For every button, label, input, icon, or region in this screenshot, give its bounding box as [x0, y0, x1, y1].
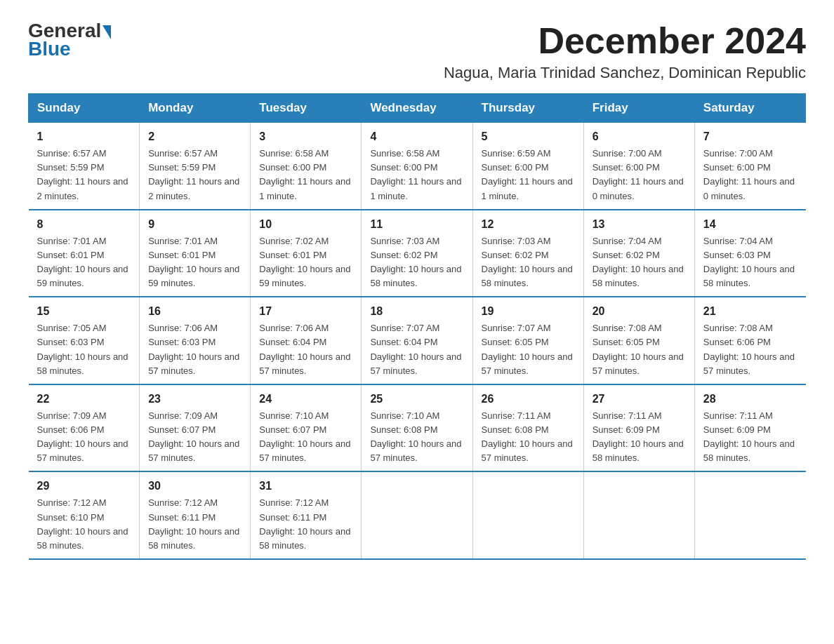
calendar-cell: 28Sunrise: 7:11 AMSunset: 6:09 PMDayligh… — [694, 384, 805, 472]
day-number: 12 — [482, 216, 575, 233]
day-info: Sunrise: 7:08 AMSunset: 6:06 PMDaylight:… — [703, 321, 797, 378]
column-header-saturday: Saturday — [694, 94, 805, 123]
day-info: Sunrise: 7:01 AMSunset: 6:01 PMDaylight:… — [148, 234, 241, 291]
day-info: Sunrise: 7:07 AMSunset: 6:05 PMDaylight:… — [482, 321, 575, 378]
calendar-cell: 23Sunrise: 7:09 AMSunset: 6:07 PMDayligh… — [140, 384, 251, 472]
calendar-cell: 12Sunrise: 7:03 AMSunset: 6:02 PMDayligh… — [472, 210, 583, 297]
page-header: General Blue December 2024 Nagua, Maria … — [28, 21, 806, 82]
day-number: 5 — [482, 128, 575, 145]
calendar-cell: 13Sunrise: 7:04 AMSunset: 6:02 PMDayligh… — [583, 210, 694, 297]
calendar-cell: 10Sunrise: 7:02 AMSunset: 6:01 PMDayligh… — [251, 210, 362, 297]
day-info: Sunrise: 7:12 AMSunset: 6:11 PMDaylight:… — [148, 496, 241, 553]
column-header-tuesday: Tuesday — [251, 94, 362, 123]
day-info: Sunrise: 6:59 AMSunset: 6:00 PMDaylight:… — [482, 147, 575, 203]
day-number: 27 — [593, 391, 686, 408]
day-number: 20 — [593, 303, 686, 320]
day-number: 19 — [482, 303, 575, 320]
title-block: December 2024 Nagua, Maria Trinidad Sanc… — [444, 21, 806, 82]
calendar-cell: 29Sunrise: 7:12 AMSunset: 6:10 PMDayligh… — [29, 471, 140, 559]
day-number: 13 — [593, 216, 686, 233]
day-info: Sunrise: 6:58 AMSunset: 6:00 PMDaylight:… — [259, 147, 352, 203]
calendar-cell: 5Sunrise: 6:59 AMSunset: 6:00 PMDaylight… — [472, 123, 583, 210]
day-number: 29 — [37, 478, 131, 495]
calendar-cell: 22Sunrise: 7:09 AMSunset: 6:06 PMDayligh… — [29, 384, 140, 472]
calendar-cell — [694, 471, 805, 559]
day-number: 22 — [37, 391, 131, 408]
day-number: 4 — [370, 128, 463, 145]
day-number: 30 — [148, 478, 241, 495]
day-info: Sunrise: 7:00 AMSunset: 6:00 PMDaylight:… — [593, 147, 686, 203]
day-number: 7 — [703, 128, 797, 145]
logo-blue: Blue — [28, 38, 71, 60]
day-info: Sunrise: 7:07 AMSunset: 6:04 PMDaylight:… — [370, 321, 463, 378]
day-number: 9 — [148, 216, 241, 233]
day-number: 24 — [259, 391, 352, 408]
day-number: 15 — [37, 303, 131, 320]
calendar-cell — [362, 471, 472, 559]
day-number: 25 — [370, 391, 463, 408]
calendar-cell: 4Sunrise: 6:58 AMSunset: 6:00 PMDaylight… — [362, 123, 472, 210]
calendar-week-row: 29Sunrise: 7:12 AMSunset: 6:10 PMDayligh… — [29, 471, 806, 559]
day-number: 14 — [703, 216, 797, 233]
day-info: Sunrise: 7:10 AMSunset: 6:07 PMDaylight:… — [259, 409, 352, 466]
month-title: December 2024 — [444, 21, 806, 61]
calendar-cell: 8Sunrise: 7:01 AMSunset: 6:01 PMDaylight… — [29, 210, 140, 297]
calendar-cell: 21Sunrise: 7:08 AMSunset: 6:06 PMDayligh… — [694, 297, 805, 384]
calendar-cell — [472, 471, 583, 559]
day-number: 6 — [593, 128, 686, 145]
calendar-cell: 3Sunrise: 6:58 AMSunset: 6:00 PMDaylight… — [251, 123, 362, 210]
calendar-cell: 18Sunrise: 7:07 AMSunset: 6:04 PMDayligh… — [362, 297, 472, 384]
calendar-table: SundayMondayTuesdayWednesdayThursdayFrid… — [28, 93, 806, 560]
calendar-cell — [583, 471, 694, 559]
day-number: 11 — [370, 216, 463, 233]
calendar-cell: 25Sunrise: 7:10 AMSunset: 6:08 PMDayligh… — [362, 384, 472, 472]
calendar-cell: 15Sunrise: 7:05 AMSunset: 6:03 PMDayligh… — [29, 297, 140, 384]
calendar-header-row: SundayMondayTuesdayWednesdayThursdayFrid… — [29, 94, 806, 123]
day-info: Sunrise: 7:04 AMSunset: 6:02 PMDaylight:… — [593, 234, 686, 291]
day-info: Sunrise: 6:57 AMSunset: 5:59 PMDaylight:… — [37, 147, 131, 203]
day-info: Sunrise: 7:10 AMSunset: 6:08 PMDaylight:… — [370, 409, 463, 466]
column-header-monday: Monday — [140, 94, 251, 123]
calendar-cell: 20Sunrise: 7:08 AMSunset: 6:05 PMDayligh… — [583, 297, 694, 384]
day-info: Sunrise: 7:09 AMSunset: 6:06 PMDaylight:… — [37, 409, 131, 466]
day-info: Sunrise: 7:02 AMSunset: 6:01 PMDaylight:… — [259, 234, 352, 291]
calendar-cell: 7Sunrise: 7:00 AMSunset: 6:00 PMDaylight… — [694, 123, 805, 210]
logo[interactable]: General Blue — [28, 21, 111, 60]
day-info: Sunrise: 6:58 AMSunset: 6:00 PMDaylight:… — [370, 147, 463, 203]
column-header-sunday: Sunday — [29, 94, 140, 123]
day-info: Sunrise: 7:03 AMSunset: 6:02 PMDaylight:… — [482, 234, 575, 291]
day-info: Sunrise: 7:12 AMSunset: 6:10 PMDaylight:… — [37, 496, 131, 553]
day-number: 21 — [703, 303, 797, 320]
day-number: 2 — [148, 128, 241, 145]
day-info: Sunrise: 7:01 AMSunset: 6:01 PMDaylight:… — [37, 234, 131, 291]
calendar-cell: 9Sunrise: 7:01 AMSunset: 6:01 PMDaylight… — [140, 210, 251, 297]
day-info: Sunrise: 7:09 AMSunset: 6:07 PMDaylight:… — [148, 409, 241, 466]
calendar-week-row: 1Sunrise: 6:57 AMSunset: 5:59 PMDaylight… — [29, 123, 806, 210]
day-info: Sunrise: 7:06 AMSunset: 6:04 PMDaylight:… — [259, 321, 352, 378]
day-info: Sunrise: 6:57 AMSunset: 5:59 PMDaylight:… — [148, 147, 241, 203]
day-number: 23 — [148, 391, 241, 408]
day-info: Sunrise: 7:12 AMSunset: 6:11 PMDaylight:… — [259, 496, 352, 553]
day-number: 16 — [148, 303, 241, 320]
calendar-cell: 11Sunrise: 7:03 AMSunset: 6:02 PMDayligh… — [362, 210, 472, 297]
calendar-cell: 17Sunrise: 7:06 AMSunset: 6:04 PMDayligh… — [251, 297, 362, 384]
day-info: Sunrise: 7:03 AMSunset: 6:02 PMDaylight:… — [370, 234, 463, 291]
calendar-cell: 6Sunrise: 7:00 AMSunset: 6:00 PMDaylight… — [583, 123, 694, 210]
day-number: 8 — [37, 216, 131, 233]
day-info: Sunrise: 7:08 AMSunset: 6:05 PMDaylight:… — [593, 321, 686, 378]
day-number: 17 — [259, 303, 352, 320]
calendar-cell: 24Sunrise: 7:10 AMSunset: 6:07 PMDayligh… — [251, 384, 362, 472]
day-info: Sunrise: 7:00 AMSunset: 6:00 PMDaylight:… — [703, 147, 797, 203]
calendar-cell: 2Sunrise: 6:57 AMSunset: 5:59 PMDaylight… — [140, 123, 251, 210]
calendar-cell: 19Sunrise: 7:07 AMSunset: 6:05 PMDayligh… — [472, 297, 583, 384]
day-number: 10 — [259, 216, 352, 233]
day-info: Sunrise: 7:05 AMSunset: 6:03 PMDaylight:… — [37, 321, 131, 378]
calendar-cell: 14Sunrise: 7:04 AMSunset: 6:03 PMDayligh… — [694, 210, 805, 297]
column-header-friday: Friday — [583, 94, 694, 123]
day-info: Sunrise: 7:11 AMSunset: 6:09 PMDaylight:… — [703, 409, 797, 466]
day-number: 1 — [37, 128, 131, 145]
calendar-week-row: 22Sunrise: 7:09 AMSunset: 6:06 PMDayligh… — [29, 384, 806, 472]
logo-arrow-icon — [102, 25, 111, 39]
column-header-wednesday: Wednesday — [362, 94, 472, 123]
day-number: 28 — [703, 391, 797, 408]
